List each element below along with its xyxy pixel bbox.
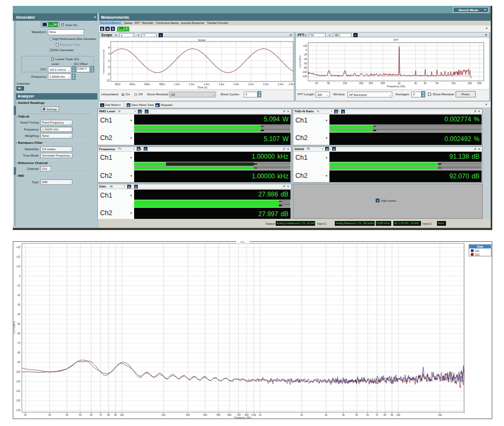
svg-text:80: 80 xyxy=(107,414,110,416)
svg-text:+30: +30 xyxy=(16,246,20,249)
svg-text:5k: 5k xyxy=(436,82,439,85)
svg-text:40: 40 xyxy=(65,414,69,416)
svg-text:10k: 10k xyxy=(451,82,456,85)
svg-text:0: 0 xyxy=(108,59,110,62)
svg-text:600: 600 xyxy=(227,414,232,416)
svg-text:20k: 20k xyxy=(468,82,472,85)
svg-text:+20: +20 xyxy=(16,256,20,258)
svg-text:-120: -120 xyxy=(15,390,21,392)
svg-text:Ch2: Ch2 xyxy=(475,253,480,256)
svg-text:-10: -10 xyxy=(16,284,20,287)
svg-text:600u: 600u xyxy=(144,83,150,86)
svg-text:-30: -30 xyxy=(16,304,20,306)
svg-text:20k: 20k xyxy=(438,414,442,416)
svg-text:5k: 5k xyxy=(356,414,359,416)
svg-text:-80: -80 xyxy=(303,67,307,69)
svg-text:1.0m: 1.0m xyxy=(174,83,180,86)
svg-text:30k: 30k xyxy=(477,82,482,85)
svg-text:-100: -100 xyxy=(15,371,21,373)
svg-text:3k: 3k xyxy=(424,82,427,85)
svg-text:6k: 6k xyxy=(366,414,369,416)
svg-text:-90: -90 xyxy=(16,361,20,364)
svg-text:-40: -40 xyxy=(303,58,307,61)
svg-text:FFT: FFT xyxy=(393,38,398,42)
svg-text:500: 500 xyxy=(217,414,221,416)
svg-text:500: 500 xyxy=(381,82,385,85)
svg-text:-70: -70 xyxy=(16,342,20,345)
svg-text:-120: -120 xyxy=(302,75,307,78)
svg-text:-130: -130 xyxy=(15,399,21,402)
svg-text:4: 4 xyxy=(108,52,110,55)
svg-text:2.6m: 2.6m xyxy=(288,83,294,86)
svg-text:-12: -12 xyxy=(106,79,110,82)
svg-text:300: 300 xyxy=(369,82,373,85)
svg-text:7k: 7k xyxy=(376,414,379,416)
svg-text:Ch1: Ch1 xyxy=(475,250,480,252)
svg-text:2.4m: 2.4m xyxy=(278,83,284,86)
svg-text:1.2m: 1.2m xyxy=(189,83,195,86)
svg-text:2.2m: 2.2m xyxy=(263,83,269,86)
svg-text:10k: 10k xyxy=(396,414,401,416)
svg-text:-60: -60 xyxy=(16,332,20,335)
svg-text:2.0m: 2.0m xyxy=(248,83,254,86)
svg-text:FFT: FFT xyxy=(241,241,245,243)
svg-text:8: 8 xyxy=(108,46,110,49)
svg-text:-20: -20 xyxy=(16,294,20,297)
svg-text:Scope: Scope xyxy=(198,38,205,42)
svg-text:0.9k: 0.9k xyxy=(251,414,256,416)
svg-text:-80: -80 xyxy=(16,351,20,354)
svg-text:100: 100 xyxy=(120,414,124,416)
svg-text:1k: 1k xyxy=(259,414,262,416)
svg-text:30: 30 xyxy=(315,82,318,85)
svg-text:-60: -60 xyxy=(303,62,307,65)
svg-text:0: 0 xyxy=(19,275,20,277)
svg-text:60: 60 xyxy=(90,414,93,416)
svg-text:9k: 9k xyxy=(391,414,394,416)
svg-text:4k: 4k xyxy=(342,414,345,416)
svg-text:200: 200 xyxy=(161,414,166,416)
svg-text:400: 400 xyxy=(203,414,208,416)
svg-text:Level (dBm): Level (dBm) xyxy=(13,321,15,334)
svg-text:30: 30 xyxy=(48,414,52,416)
svg-text:50: 50 xyxy=(79,414,82,416)
svg-text:-50: -50 xyxy=(16,323,20,325)
svg-text:1.8m: 1.8m xyxy=(233,83,239,86)
svg-text:Level (dBm): Level (dBm) xyxy=(299,55,301,68)
svg-text:Frequency (Hz): Frequency (Hz) xyxy=(387,85,406,88)
svg-text:200u: 200u xyxy=(115,83,121,86)
svg-text:2k: 2k xyxy=(414,82,417,85)
svg-text:Data: Data xyxy=(477,245,483,248)
svg-text:-20: -20 xyxy=(303,53,307,56)
svg-text:+10: +10 xyxy=(16,265,20,268)
svg-text:Instantaneous Level (V): Instantaneous Level (V) xyxy=(102,50,105,74)
svg-text:0: 0 xyxy=(305,49,307,52)
svg-text:400u: 400u xyxy=(129,83,135,86)
svg-text:-8: -8 xyxy=(108,72,110,76)
svg-text:+20: +20 xyxy=(303,45,307,47)
svg-text:200: 200 xyxy=(359,82,363,85)
svg-text:-40: -40 xyxy=(16,313,20,316)
svg-text:-100: -100 xyxy=(302,71,307,73)
svg-text:Frequency (Hz): Frequency (Hz) xyxy=(234,416,251,419)
svg-text:20: 20 xyxy=(24,414,27,416)
svg-text:50: 50 xyxy=(327,82,331,85)
svg-text:-110: -110 xyxy=(15,380,20,383)
svg-text:90: 90 xyxy=(114,414,118,416)
svg-text:800u: 800u xyxy=(159,83,165,86)
svg-text:8k: 8k xyxy=(384,414,387,416)
svg-text:Time (s): Time (s) xyxy=(197,86,207,89)
svg-text:100: 100 xyxy=(343,82,347,85)
svg-text:1.6m: 1.6m xyxy=(219,83,225,86)
svg-text:2k: 2k xyxy=(300,414,303,416)
svg-text:-140: -140 xyxy=(15,409,21,412)
svg-text:-4: -4 xyxy=(108,65,110,69)
svg-text:70: 70 xyxy=(99,414,102,416)
svg-text:3k: 3k xyxy=(325,414,328,416)
svg-text:300: 300 xyxy=(186,414,190,416)
